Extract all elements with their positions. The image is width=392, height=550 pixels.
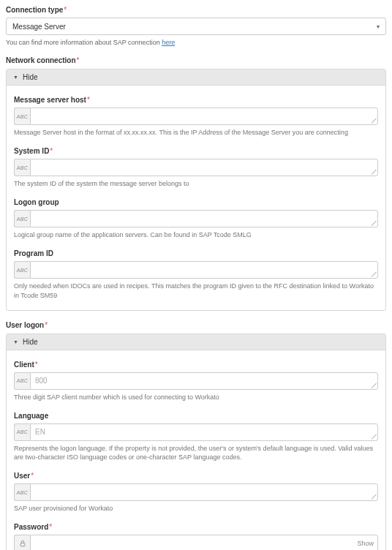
client-label: Client* <box>14 361 378 369</box>
system-id-input[interactable] <box>30 159 378 176</box>
program-id-input[interactable] <box>30 261 378 279</box>
language-label: Language <box>14 412 378 420</box>
client-input[interactable] <box>30 372 378 390</box>
client-help: Three digit SAP client number which is u… <box>14 393 378 402</box>
language-help: Represents the logon language. If the pr… <box>14 444 378 462</box>
text-type-icon: ABC <box>14 372 30 390</box>
network-section-label: Network connection* <box>6 56 386 64</box>
connection-type-select[interactable]: Message Server ▾ <box>6 18 386 35</box>
user-logon-section-toggle[interactable]: ▼ Hide <box>7 334 385 350</box>
user-label: User* <box>14 472 378 480</box>
password-input[interactable] <box>30 535 378 550</box>
info-link[interactable]: here <box>162 39 175 46</box>
text-type-icon: ABC <box>14 483 30 501</box>
user-logon-section-label: User logon* <box>6 321 386 329</box>
message-host-input[interactable] <box>30 108 378 125</box>
chevron-down-icon: ▾ <box>377 23 380 30</box>
collapse-icon: ▼ <box>13 75 18 80</box>
language-input[interactable] <box>30 423 378 441</box>
logon-group-help: Logical group name of the application se… <box>14 230 378 239</box>
text-type-icon: ABC <box>14 210 30 227</box>
connection-type-value: Message Server <box>12 23 66 31</box>
system-id-label: System ID* <box>14 147 378 155</box>
lock-icon <box>14 535 30 550</box>
program-id-help: Only needed when IDOCs are used in recip… <box>14 282 378 299</box>
logon-group-input[interactable] <box>30 210 378 227</box>
svg-rect-0 <box>20 543 25 546</box>
system-id-help: The system ID of the system the message … <box>14 179 378 188</box>
collapse-icon: ▼ <box>13 339 18 344</box>
program-id-label: Program ID <box>14 249 378 257</box>
text-type-icon: ABC <box>14 108 30 125</box>
message-host-label: Message server host* <box>14 96 378 104</box>
user-input[interactable] <box>30 483 378 501</box>
show-password-toggle[interactable]: Show <box>357 540 374 547</box>
network-section-toggle[interactable]: ▼ Hide <box>7 69 385 86</box>
connection-type-info: You can find more information about SAP … <box>6 39 386 46</box>
password-label: Password* <box>14 523 378 531</box>
message-host-help: Message Server host in the format of xx.… <box>14 128 378 137</box>
connection-type-label: Connection type* <box>6 6 386 14</box>
text-type-icon: ABC <box>14 261 30 279</box>
text-type-icon: ABC <box>14 423 30 441</box>
user-help: SAP user provisioned for Workato <box>14 504 378 513</box>
logon-group-label: Logon group <box>14 198 378 206</box>
text-type-icon: ABC <box>14 159 30 176</box>
